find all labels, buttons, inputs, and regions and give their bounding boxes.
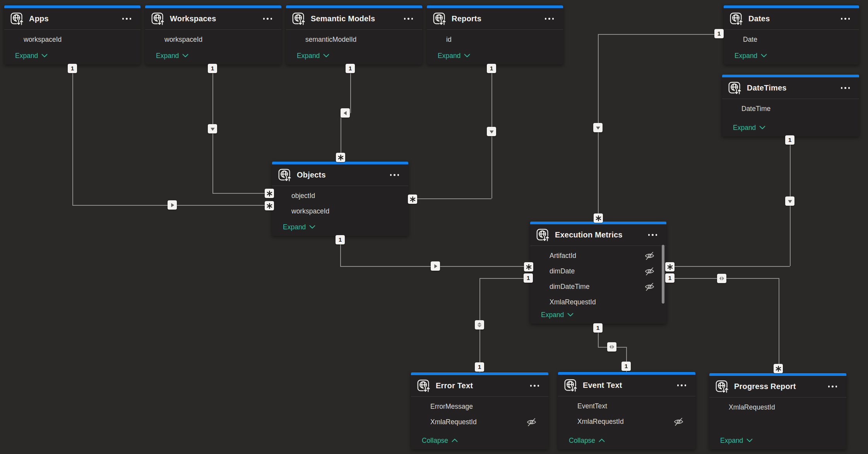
filter-direction-badge-both-horizontal[interactable] [607,342,616,352]
field-row[interactable]: dimDateTime [530,279,666,294]
table-card-objects[interactable]: ObjectsobjectIdworkspaceIdExpand [272,162,408,236]
cardinality-badge-one[interactable]: 1 [336,235,345,244]
filter-direction-badge-arrow-right[interactable] [431,261,440,271]
eye-slash-icon[interactable] [673,416,684,427]
table-card-progress-report[interactable]: Progress ReportXmlaRequestIdExpand [709,373,846,449]
expand-toggle[interactable]: Expand [286,47,422,65]
table-card-semantic-models[interactable]: Semantic ModelssemanticModelIdExpand [286,5,422,65]
expand-toggle[interactable]: Expand [427,47,563,65]
field-row[interactable]: objectId [272,188,408,203]
cardinality-badge-many[interactable] [408,195,417,204]
more-options-button[interactable] [122,15,132,22]
filter-direction-badge-both-horizontal[interactable] [717,274,726,283]
cardinality-badge-many[interactable] [265,201,274,210]
cardinality-badge-one[interactable]: 1 [714,29,724,38]
collapse-toggle[interactable]: Collapse [558,432,695,449]
filter-direction-badge-arrow-down[interactable] [785,196,794,206]
more-options-button[interactable] [827,383,838,390]
field-row[interactable]: semanticModelId [286,32,422,47]
table-card-error-text[interactable]: Error TextErrorMessageXmlaRequestIdColla… [411,372,548,449]
expand-toggle[interactable]: Expand [530,306,666,324]
expand-toggle[interactable]: Expand [272,218,408,236]
expand-toggle[interactable]: Expand [724,47,859,65]
cardinality-badge-one[interactable]: 1 [524,273,533,283]
cardinality-badge-one[interactable]: 1 [785,135,794,145]
relationship-line[interactable] [479,278,530,279]
relationship-line[interactable] [408,198,491,199]
filter-direction-badge-arrow-down[interactable] [487,127,496,136]
filter-direction-badge-both-vertical[interactable] [475,320,484,329]
eye-slash-icon[interactable] [644,266,655,276]
cardinality-badge-one[interactable]: 1 [346,64,355,73]
field-row[interactable]: dimDate [530,263,666,279]
relationship-line[interactable] [779,278,779,373]
field-row[interactable]: XmlaRequestId [709,399,846,415]
relationship-line[interactable] [212,193,272,194]
expand-toggle[interactable]: Expand [4,47,140,65]
relationship-line[interactable] [72,65,73,205]
field-name: objectId [291,192,397,200]
field-row[interactable]: ArtifactId [530,248,666,263]
scrollbar-thumb[interactable] [662,245,664,304]
field-row[interactable]: workspaceId [145,32,281,47]
card-header: Objects [272,164,408,186]
expand-toggle[interactable]: Expand [722,119,859,137]
cardinality-badge-many[interactable] [265,189,274,198]
more-options-button[interactable] [647,232,658,238]
more-options-button[interactable] [544,15,555,22]
field-row[interactable]: EventText [558,398,695,414]
filter-direction-badge-arrow-down[interactable] [208,124,217,133]
field-row[interactable]: DateTime [722,101,859,116]
cardinality-badge-one[interactable]: 1 [621,362,631,371]
filter-direction-badge-arrow-right[interactable] [168,200,177,210]
cardinality-badge-one[interactable]: 1 [665,273,675,283]
more-options-button[interactable] [389,172,400,178]
table-card-dates[interactable]: DatesDateExpand [724,5,859,65]
expand-toggle[interactable]: Expand [709,432,846,449]
cardinality-badge-many[interactable] [594,213,603,223]
relationship-line[interactable] [666,266,790,267]
filter-direction-badge-arrow-down[interactable] [593,123,603,132]
relationship-line[interactable] [598,34,724,35]
cardinality-badge-one[interactable]: 1 [593,323,603,333]
eye-slash-icon[interactable] [526,417,537,427]
more-options-button[interactable] [840,85,851,91]
cardinality-badge-many[interactable] [665,262,675,271]
field-name: XmlaRequestId [550,298,655,306]
card-accent-bar [722,75,859,77]
cardinality-badge-many[interactable] [774,364,783,373]
more-options-button[interactable] [262,15,273,22]
card-accent-bar [709,373,846,376]
table-card-workspaces[interactable]: WorkspacesworkspaceIdExpand [145,5,281,65]
table-card-apps[interactable]: AppsworkspaceIdExpand [4,5,140,65]
field-row[interactable]: workspaceId [272,203,408,218]
filter-direction-badge-arrow-left[interactable] [341,108,350,118]
field-row[interactable]: workspaceId [4,32,140,47]
expand-toggle[interactable]: Expand [145,47,281,65]
field-row[interactable]: ErrorMessage [411,399,548,414]
table-card-reports[interactable]: ReportsidExpand [427,5,563,65]
cardinality-badge-many[interactable] [524,262,533,271]
field-row[interactable]: XmlaRequestId [558,414,695,429]
more-options-button[interactable] [840,15,851,22]
table-card-event-text[interactable]: Event TextEventTextXmlaRequestIdCollapse [558,372,695,449]
more-options-button[interactable] [529,382,540,389]
collapse-toggle[interactable]: Collapse [411,432,548,449]
cardinality-badge-one[interactable]: 1 [208,64,217,73]
model-canvas[interactable]: AppsworkspaceIdExpandWorkspacesworkspace… [0,0,868,454]
field-row[interactable]: XmlaRequestId [530,294,666,306]
field-row[interactable]: Date [724,32,859,47]
more-options-button[interactable] [676,382,687,389]
field-row[interactable]: XmlaRequestId [411,414,548,430]
more-options-button[interactable] [403,15,414,22]
eye-slash-icon[interactable] [644,251,655,261]
eye-slash-icon[interactable] [644,282,655,292]
cardinality-badge-one[interactable]: 1 [487,64,496,73]
field-row[interactable]: id [427,32,563,47]
table-card-datetimes[interactable]: DateTimesDateTimeExpand [722,75,859,137]
cardinality-badge-many[interactable] [336,153,345,162]
cardinality-badge-one[interactable]: 1 [68,64,77,73]
cardinality-badge-one[interactable]: 1 [475,362,484,372]
card-header: Dates [724,8,859,30]
table-card-execution-metrics[interactable]: Execution MetricsArtifactIddimDatedimDat… [530,222,666,324]
